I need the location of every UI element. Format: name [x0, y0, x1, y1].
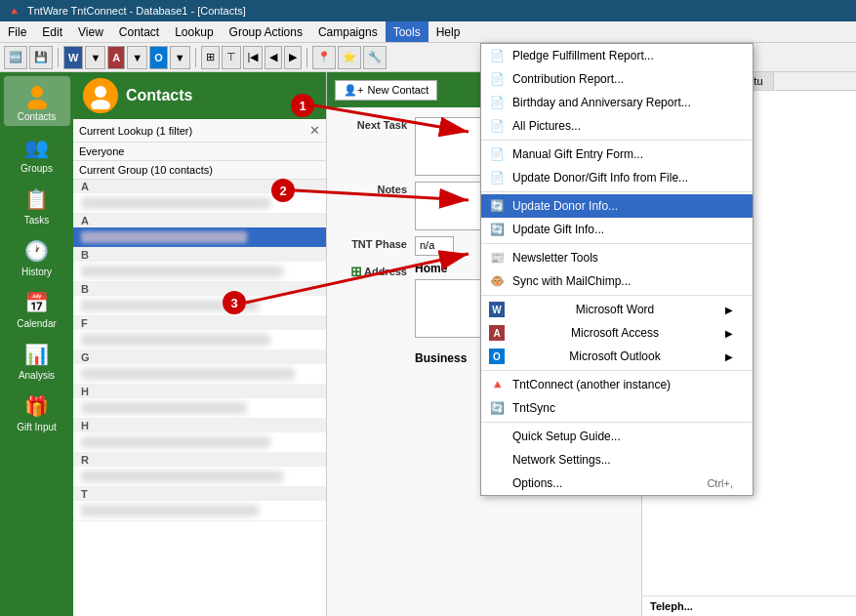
toolbar-next2[interactable]: ▶ [284, 46, 302, 69]
contact-row-2[interactable] [73, 227, 326, 248]
menu-tntconnect-other[interactable]: 🔺 TntConnect (another instance) [481, 373, 753, 396]
menu-file[interactable]: File [0, 21, 34, 42]
update-donor-icon: 🔄 [489, 198, 505, 214]
toolbar-save[interactable]: 💾 [29, 46, 53, 69]
sidebar-item-calendar[interactable]: 📅 Calendar [4, 283, 70, 333]
sidebar-item-contacts[interactable]: Contacts [4, 76, 70, 126]
calendar-icon: 📅 [21, 287, 53, 318]
contact-letter-g: G [73, 350, 326, 364]
menu-all-pictures[interactable]: 📄 All Pictures... [481, 114, 753, 138]
toolbar-more[interactable]: 🔧 [363, 46, 387, 69]
toolbar-star[interactable]: ⭐ [338, 46, 361, 69]
phase-label: TNT Phase [337, 236, 415, 250]
sep-1 [481, 140, 753, 141]
toolbar-prev[interactable]: ◀ [265, 46, 282, 69]
toolbar-word[interactable]: W [63, 46, 83, 69]
toolbar-outlook[interactable]: O [149, 46, 168, 69]
access-icon: A [489, 325, 505, 341]
phase-value[interactable]: n/a [415, 236, 454, 256]
menu-pledge-fulfillment[interactable]: 📄 Pledge Fulfillment Report... [481, 44, 753, 67]
sidebar-calendar-label: Calendar [17, 318, 57, 329]
menu-microsoft-word[interactable]: W Microsoft Word ▶ [481, 298, 753, 321]
toolbar-new[interactable]: 🆕 [4, 46, 27, 69]
sidebar-item-groups[interactable]: 👥 Groups [4, 128, 70, 178]
menu-edit[interactable]: Edit [34, 21, 70, 42]
options-icon [489, 475, 505, 491]
title-bar: 🔺 TntWare TntConnect - Database1 - [Cont… [0, 0, 856, 21]
sidebar-item-analysis[interactable]: 📊 Analysis [4, 335, 70, 385]
menu-options[interactable]: Options... Ctrl+, [481, 472, 753, 495]
menu-view[interactable]: View [70, 21, 111, 42]
birthday-icon: 📄 [489, 95, 505, 110]
menu-update-gift-info[interactable]: 🔄 Update Gift Info... [481, 218, 753, 241]
contact-row-1[interactable] [73, 193, 326, 214]
sidebar-groups-label: Groups [20, 163, 53, 174]
toolbar-access[interactable]: A [107, 46, 125, 69]
menu-contact[interactable]: Contact [111, 21, 167, 42]
contact-letter-r: R [73, 453, 326, 467]
sidebar-contacts-label: Contacts [18, 111, 56, 122]
contact-row-8[interactable] [73, 432, 326, 453]
sidebar-gift-label: Gift Input [17, 422, 57, 432]
contact-header: Contacts [73, 72, 326, 119]
menu-microsoft-access[interactable]: A Microsoft Access ▶ [481, 321, 753, 345]
menu-update-donor-file[interactable]: 📄 Update Donor/Gift Info from File... [481, 166, 753, 189]
menu-birthday-report[interactable]: 📄 Birthday and Anniversary Report... [481, 91, 753, 114]
contact-row-7[interactable] [73, 398, 326, 419]
menu-tools[interactable]: Tools [386, 21, 428, 42]
contact-letter-h1: H [73, 385, 326, 398]
menu-campaigns[interactable]: Campaigns [310, 21, 386, 42]
new-contact-icon: 👤+ [344, 84, 363, 97]
next-task-label: Next Task [337, 117, 415, 131]
sep-2 [481, 191, 753, 192]
tools-dropdown[interactable]: 📄 Pledge Fulfillment Report... 📄 Contrib… [480, 43, 754, 496]
title-bar-icon: 🔺 [8, 5, 21, 18]
sidebar-item-gift-input[interactable]: 🎁 Gift Input [4, 387, 70, 436]
sidebar-item-tasks[interactable]: 📋 Tasks [4, 180, 70, 229]
menu-newsletter-tools[interactable]: 📰 Newsletter Tools [481, 246, 753, 269]
menu-group-actions[interactable]: Group Actions [222, 21, 310, 42]
contact-row-4[interactable] [73, 296, 326, 316]
menu-lookup[interactable]: Lookup [167, 21, 221, 42]
contact-row-3[interactable] [73, 262, 326, 282]
contact-row-6[interactable] [73, 364, 326, 385]
contact-row-5[interactable] [73, 330, 326, 350]
menu-network-settings[interactable]: Network Settings... [481, 448, 753, 472]
toolbar-filter[interactable]: ⊤ [222, 46, 241, 69]
svg-point-2 [95, 86, 106, 98]
menu-tntsync[interactable]: 🔄 TntSync [481, 396, 753, 420]
sidebar-analysis-label: Analysis [19, 370, 55, 381]
toolbar-word2[interactable]: ▼ [85, 46, 105, 69]
contact-letter-b1: B [73, 248, 326, 262]
menu-manual-gift[interactable]: 📄 Manual Gift Entry Form... [481, 143, 753, 166]
sep-4 [481, 295, 753, 296]
menu-sync-mailchimp[interactable]: 🐵 Sync with MailChimp... [481, 269, 753, 293]
contact-letter-a2: A [73, 214, 326, 227]
sidebar: Contacts 👥 Groups 📋 Tasks 🕐 History 📅 Ca… [0, 72, 73, 616]
sidebar-history-label: History [21, 267, 52, 277]
contact-list[interactable]: A A B B F G H H R T [73, 180, 326, 616]
menu-quick-setup[interactable]: Quick Setup Guide... [481, 425, 753, 448]
toolbar-access2[interactable]: ▼ [127, 46, 147, 69]
menu-bar: File Edit View Contact Lookup Group Acti… [0, 21, 856, 43]
menu-update-donor-info[interactable]: 🔄 Update Donor Info... [481, 194, 753, 218]
sidebar-item-history[interactable]: 🕐 History [4, 231, 70, 281]
word-icon: W [489, 302, 505, 317]
contact-row-10[interactable] [73, 501, 326, 521]
svg-point-1 [27, 100, 47, 109]
filter-close[interactable]: ✕ [309, 123, 320, 138]
menu-help[interactable]: Help [428, 21, 469, 42]
toolbar-map[interactable]: 📍 [312, 46, 336, 69]
sep-6 [481, 422, 753, 423]
new-contact-button[interactable]: 👤+ New Contact [335, 80, 437, 101]
toolbar-first[interactable]: |◀ [243, 46, 264, 69]
menu-contribution-report[interactable]: 📄 Contribution Report... [481, 67, 753, 91]
telephone-label: Teleph... [642, 595, 856, 616]
pictures-icon: 📄 [489, 118, 505, 134]
toolbar-grid[interactable]: ⊞ [201, 46, 220, 69]
menu-microsoft-outlook[interactable]: O Microsoft Outlook ▶ [481, 345, 753, 368]
contact-header-icon [83, 78, 118, 113]
toolbar-outlook2[interactable]: ▼ [170, 46, 190, 69]
contact-row-9[interactable] [73, 467, 326, 487]
history-icon: 🕐 [21, 235, 53, 267]
